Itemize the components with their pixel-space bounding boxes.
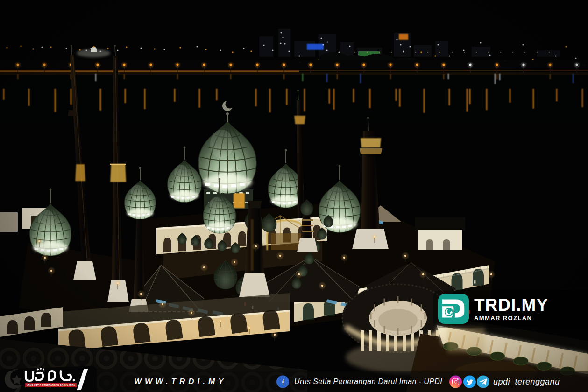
trdi-logo-icon — [438, 294, 469, 324]
brand-title: TRDI.MY — [474, 297, 548, 314]
photographer-credit: AMMAR ROZLAN — [474, 315, 548, 322]
updi-logo: URUS SETIA PENERANGAN DARUL IMAN — [0, 366, 97, 392]
slash-divider — [77, 369, 88, 390]
photo-stage: TRDI.MY AMMAR ROZLAN WWW.TRDI.MY Urus Se… — [0, 0, 588, 392]
updi-subtext: URUS SETIA PENERANGAN DARUL IMAN — [25, 383, 77, 387]
twitter-icon — [463, 376, 476, 388]
social-handle: updi_terengganu — [493, 377, 560, 387]
facebook-icon — [276, 376, 289, 388]
telegram-icon — [477, 376, 489, 388]
updi-calligraphy — [23, 368, 77, 384]
website-url: WWW.TRDI.MY — [134, 377, 227, 386]
instagram-icon — [449, 376, 462, 388]
trdi-watermark: TRDI.MY AMMAR ROZLAN — [433, 290, 588, 328]
vignette — [0, 0, 588, 392]
night-mosque-photo — [0, 0, 588, 392]
facebook-page-name: Urus Setia Penerangan Darul Iman - UPDI — [294, 378, 442, 386]
